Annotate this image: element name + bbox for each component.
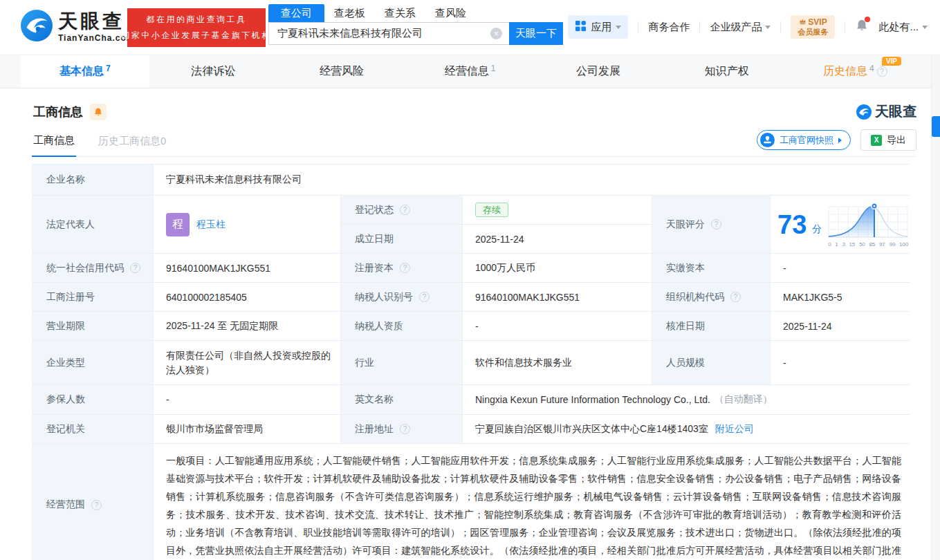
brand-name: 天眼查 (58, 12, 134, 31)
notification-dot (865, 17, 870, 22)
official-snapshot-button[interactable]: 工商官网快照 (757, 130, 851, 150)
reg-status-cell: 存续 (463, 196, 652, 224)
reg-authority-value: 银川市市场监督管理局 (154, 415, 340, 443)
staff-size-value: - (771, 341, 912, 384)
establish-date-label: 成立日期 (341, 225, 462, 253)
taxpayer-quality-label: 纳税人资质 (341, 312, 462, 340)
apps-menu-button[interactable]: 应用 (568, 15, 628, 39)
watermark-logo: 天眼查 (856, 102, 916, 121)
org-code-value: MAK1JKG5-5 (771, 283, 912, 311)
industry-value: 软件和信息技术服务业 (463, 341, 652, 384)
search-tab-boss[interactable]: 查老板 (324, 4, 375, 22)
taxpayer-quality-value: - (463, 312, 652, 340)
business-info-table: 企业名称 宁夏科讯未来信息科技有限公司 法定代表人 程 程玉柱 登记状态 存续 … (32, 164, 910, 560)
tianyancha-logo[interactable]: 天眼查 TianYanCha.com (21, 10, 134, 44)
search-tab-risk[interactable]: 查风险 (425, 4, 476, 22)
english-name-cell: Ningxia Kexun Future Information Technol… (463, 385, 912, 414)
help-icon[interactable] (711, 219, 721, 230)
vip-badge: VIP (882, 57, 901, 66)
help-icon[interactable] (400, 205, 410, 215)
reg-capital-value: 1000万人民币 (463, 254, 652, 282)
chart-x-ticks: 01 315 5085 9799 100 (827, 241, 909, 248)
search-input[interactable] (268, 22, 509, 45)
address-value: 宁夏回族自治区银川市兴庆区文体中心C座14楼1403室 (475, 423, 708, 436)
approval-date-label: 核准日期 (652, 312, 770, 340)
nav-enterprise-products[interactable]: 企业级产品 (710, 21, 771, 34)
subtab-business-info[interactable]: 工商信息 (32, 134, 76, 157)
arrow-right-icon (838, 138, 842, 143)
score-unit: 分 (812, 223, 822, 236)
reg-number-label: 工商注册号 (33, 283, 153, 311)
divider (638, 21, 638, 32)
divider (699, 21, 700, 32)
address-label: 注册地址 (341, 415, 462, 443)
secondary-tab-bar: 工商信息 历史工商信息0 工商官网快照 X 导出 (32, 131, 916, 157)
score-distribution-chart: 01 315 5085 9799 100 (827, 201, 909, 248)
tab-intellectual-property[interactable]: 知识产权 (663, 55, 791, 88)
tab-company-development[interactable]: 公司发展 (534, 55, 663, 88)
insured-value: - (154, 385, 340, 414)
brand-slogan: 都在用的商业查询工具 国家中小企业发展子基金旗下机构 (127, 8, 266, 47)
search-tab-bar: 查公司 查老板 查关系 查风险 (268, 4, 563, 22)
paid-capital-value: - (771, 254, 912, 282)
tab-legal-proceedings[interactable]: 法律诉讼 (149, 55, 278, 88)
taxpayer-id-value: 91640100MAK1JKG551 (463, 283, 652, 311)
status-badge: 存续 (475, 203, 508, 217)
legal-rep-link[interactable]: 程玉柱 (196, 218, 225, 231)
site-header: 天眼查 TianYanCha.com 都在用的商业查询工具 国家中小企业发展子基… (0, 0, 940, 55)
business-scope-value: 一般项目：人工智能通用应用系统；人工智能硬件销售；人工智能应用软件开发；信息系统… (154, 444, 912, 560)
search-button[interactable]: 天眼一下 (509, 22, 563, 45)
tab-history-info[interactable]: VIP 历史信息4 (791, 55, 919, 88)
help-icon[interactable] (730, 292, 741, 302)
company-name-label: 企业名称 (33, 165, 153, 195)
search-tab-relation[interactable]: 查关系 (375, 4, 425, 22)
nearby-companies-link[interactable]: 附近公司 (715, 423, 754, 436)
help-icon[interactable] (419, 292, 430, 302)
section-title: 工商信息 (33, 104, 83, 120)
clear-search-icon[interactable]: × (490, 28, 502, 39)
excel-icon: X (871, 135, 882, 146)
credit-code-value: 91640100MAK1JKG551 (154, 254, 340, 282)
main-content: 工商信息 天眼查 工商信息 历史工商信息0 工商 (0, 102, 940, 560)
divider (780, 21, 781, 32)
export-button[interactable]: X 导出 (860, 129, 916, 151)
reg-status-label: 登记状态 (341, 196, 462, 224)
side-float-widget[interactable] (932, 116, 940, 137)
help-icon[interactable] (400, 263, 410, 273)
score-value: 73 (777, 212, 807, 238)
industry-label: 行业 (341, 341, 462, 384)
help-icon[interactable] (130, 263, 140, 273)
legal-rep-cell: 程 程玉柱 (154, 196, 340, 253)
reg-capital-label: 注册资本 (341, 254, 462, 282)
subtab-history-business-info[interactable]: 历史工商信息0 (97, 135, 167, 156)
business-scope-label: 经营范围 (33, 444, 153, 560)
bell-icon (855, 23, 869, 35)
bell-icon (93, 107, 103, 117)
auto-translate-note: （自动翻译） (715, 393, 773, 406)
score-cell[interactable]: 73 分 (771, 196, 912, 253)
stamp-icon (760, 133, 775, 147)
tab-operation-risk[interactable]: 经营风险 (277, 55, 406, 88)
help-icon[interactable] (877, 66, 887, 77)
establish-date-value: 2025-11-24 (463, 225, 652, 253)
tab-operation-info[interactable]: 经营信息1 (406, 55, 535, 88)
paid-capital-label: 实缴资本 (652, 254, 770, 282)
business-term-label: 营业期限 (33, 312, 153, 340)
svip-member-button[interactable]: SVIP 会员服务 (791, 15, 835, 39)
monitor-bell-button[interactable] (90, 104, 107, 120)
notifications-button[interactable] (855, 19, 869, 35)
avatar[interactable]: 程 (166, 213, 190, 236)
reg-authority-label: 登记机关 (33, 415, 153, 443)
help-icon[interactable] (400, 424, 410, 434)
search-tab-company[interactable]: 查公司 (268, 4, 324, 22)
account-menu[interactable]: 此处有... (878, 21, 928, 34)
company-type-value: 有限责任公司（非自然人投资或控股的法人独资） (154, 341, 340, 384)
nav-business-cooperation[interactable]: 商务合作 (648, 21, 690, 34)
score-label: 天眼评分 (652, 196, 770, 253)
divider (845, 21, 845, 32)
tianyancha-logo-icon (21, 10, 53, 44)
help-icon[interactable] (91, 500, 102, 510)
search-area: 查公司 查老板 查关系 查风险 × 天眼一下 (268, 4, 563, 45)
tab-basic-info[interactable]: 基本信息7 (21, 55, 149, 88)
company-type-label: 企业类型 (33, 341, 153, 384)
